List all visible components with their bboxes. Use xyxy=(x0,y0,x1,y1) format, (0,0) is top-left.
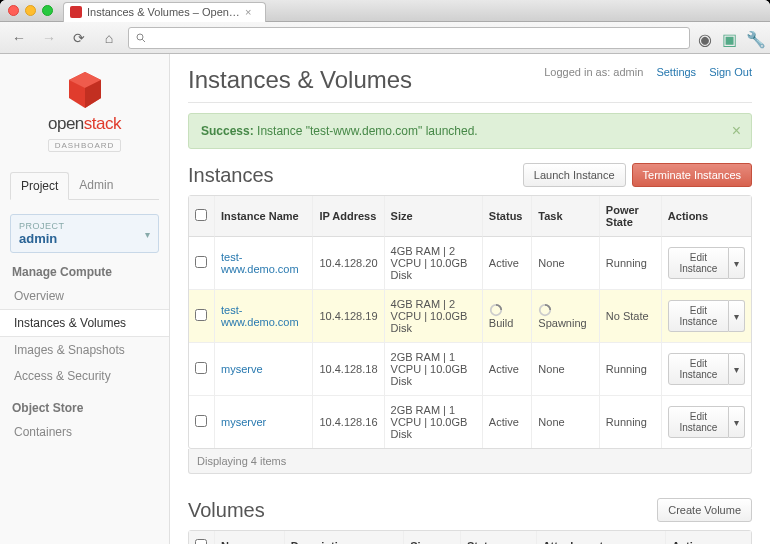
cell-power: Running xyxy=(600,343,662,396)
create-volume-button[interactable]: Create Volume xyxy=(657,498,752,522)
user-info: Logged in as: admin Settings Sign Out xyxy=(544,66,752,78)
tab-admin[interactable]: Admin xyxy=(69,172,123,199)
close-window-button[interactable] xyxy=(8,5,19,16)
zoom-window-button[interactable] xyxy=(42,5,53,16)
close-tab-icon[interactable]: × xyxy=(245,6,251,18)
instance-name-link[interactable]: myserver xyxy=(221,416,266,428)
edit-instance-dropdown[interactable]: ▾ xyxy=(729,300,745,332)
page-title: Instances & Volumes xyxy=(188,66,412,94)
row-checkbox[interactable] xyxy=(195,309,207,321)
cell-ip: 10.4.128.19 xyxy=(313,290,384,343)
extension-icon[interactable]: ▣ xyxy=(722,30,738,46)
vcol-status: Status xyxy=(461,531,537,544)
instance-name-link[interactable]: test-www.demo.com xyxy=(221,304,299,328)
home-button[interactable]: ⌂ xyxy=(98,28,120,48)
edit-instance-dropdown[interactable]: ▾ xyxy=(729,353,745,385)
col-actions: Actions xyxy=(662,196,751,237)
cell-size: 2GB RAM | 1 VCPU | 10.0GB Disk xyxy=(385,396,483,448)
favicon-icon xyxy=(70,6,82,18)
edit-instance-button[interactable]: Edit Instance xyxy=(668,406,729,438)
instances-table: Instance Name IP Address Size Status Tas… xyxy=(188,195,752,449)
row-checkbox[interactable] xyxy=(195,415,207,427)
sidebar: openstack DASHBOARD Project Admin PROJEC… xyxy=(0,54,170,544)
cell-power: Running xyxy=(600,396,662,448)
chevron-down-icon: ▾ xyxy=(145,228,150,239)
cell-size: 4GB RAM | 2 VCPU | 10.0GB Disk xyxy=(385,237,483,290)
logo: openstack DASHBOARD xyxy=(0,64,169,162)
col-task: Task xyxy=(532,196,600,237)
main-content: Instances & Volumes Logged in as: admin … xyxy=(170,54,770,544)
tab-title: Instances & Volumes – Open… xyxy=(87,6,240,18)
project-value: admin xyxy=(19,231,150,246)
browser-tab[interactable]: Instances & Volumes – Open… × xyxy=(63,2,266,22)
cell-size: 4GB RAM | 2 VCPU | 10.0GB Disk xyxy=(385,290,483,343)
table-row: test-www.demo.com10.4.128.204GB RAM | 2 … xyxy=(189,237,751,290)
cell-task: Spawning xyxy=(532,290,600,343)
section-compute-header: Manage Compute xyxy=(0,253,169,283)
project-label: PROJECT xyxy=(19,221,150,231)
cell-power: Running xyxy=(600,237,662,290)
edit-instance-button[interactable]: Edit Instance xyxy=(668,300,729,332)
search-icon xyxy=(135,32,147,44)
back-button[interactable]: ← xyxy=(8,28,30,48)
sidebar-item-access-security[interactable]: Access & Security xyxy=(0,363,169,389)
edit-instance-dropdown[interactable]: ▾ xyxy=(729,247,745,279)
tab-project[interactable]: Project xyxy=(10,172,69,200)
address-bar[interactable] xyxy=(128,27,690,49)
instance-name-link[interactable]: myserve xyxy=(221,363,263,375)
select-all-volumes-checkbox[interactable] xyxy=(195,539,207,544)
table-row: test-www.demo.com10.4.128.194GB RAM | 2 … xyxy=(189,290,751,343)
minimize-window-button[interactable] xyxy=(25,5,36,16)
vcol-desc: Description xyxy=(285,531,404,544)
launch-instance-button[interactable]: Launch Instance xyxy=(523,163,626,187)
svg-point-0 xyxy=(137,34,143,40)
cell-power: No State xyxy=(600,290,662,343)
terminate-instances-button[interactable]: Terminate Instances xyxy=(632,163,752,187)
edit-instance-dropdown[interactable]: ▾ xyxy=(729,406,745,438)
browser-toolbar: ← → ⟳ ⌂ ◉ ▣ 🔧 xyxy=(0,22,770,54)
sidebar-item-instances-volumes[interactable]: Instances & Volumes xyxy=(0,309,169,337)
vcol-size: Size xyxy=(404,531,461,544)
row-checkbox[interactable] xyxy=(195,362,207,374)
col-name: Instance Name xyxy=(215,196,313,237)
vcol-att: Attachments xyxy=(537,531,666,544)
volumes-heading: Volumes xyxy=(188,499,265,522)
forward-button[interactable]: → xyxy=(38,28,60,48)
success-alert: Success: Instance "test-www.demo.com" la… xyxy=(188,113,752,149)
cell-status: Active xyxy=(483,343,532,396)
table-row: myserver10.4.128.162GB RAM | 1 VCPU | 10… xyxy=(189,396,751,448)
sidebar-item-containers[interactable]: Containers xyxy=(0,419,169,445)
cell-status: Active xyxy=(483,237,532,290)
signout-link[interactable]: Sign Out xyxy=(709,66,752,78)
openstack-icon xyxy=(63,70,107,110)
volumes-table: Name Description Size Status Attachments… xyxy=(188,530,752,544)
col-status: Status xyxy=(483,196,532,237)
dashboard-badge: DASHBOARD xyxy=(48,139,122,152)
instances-heading: Instances xyxy=(188,164,274,187)
row-checkbox[interactable] xyxy=(195,256,207,268)
edit-instance-button[interactable]: Edit Instance xyxy=(668,247,729,279)
cell-task: None xyxy=(532,343,600,396)
select-all-checkbox[interactable] xyxy=(195,209,207,221)
edit-instance-button[interactable]: Edit Instance xyxy=(668,353,729,385)
sidebar-item-images-snapshots[interactable]: Images & Snapshots xyxy=(0,337,169,363)
globe-icon[interactable]: ◉ xyxy=(698,30,714,46)
reload-button[interactable]: ⟳ xyxy=(68,28,90,48)
project-selector[interactable]: PROJECT admin ▾ xyxy=(10,214,159,253)
table-row: myserve10.4.128.182GB RAM | 1 VCPU | 10.… xyxy=(189,343,751,396)
wrench-icon[interactable]: 🔧 xyxy=(746,30,762,46)
settings-link[interactable]: Settings xyxy=(656,66,696,78)
col-ip: IP Address xyxy=(313,196,384,237)
vcol-name: Name xyxy=(215,531,285,544)
sidebar-item-overview[interactable]: Overview xyxy=(0,283,169,309)
vcol-actions: Actions xyxy=(666,531,751,544)
cell-task: None xyxy=(532,396,600,448)
svg-line-1 xyxy=(142,39,145,42)
cell-ip: 10.4.128.20 xyxy=(313,237,384,290)
instance-name-link[interactable]: test-www.demo.com xyxy=(221,251,299,275)
cell-status: Active xyxy=(483,396,532,448)
col-size: Size xyxy=(385,196,483,237)
cell-size: 2GB RAM | 1 VCPU | 10.0GB Disk xyxy=(385,343,483,396)
close-alert-icon[interactable]: × xyxy=(732,122,741,140)
window-titlebar: Instances & Volumes – Open… × xyxy=(0,0,770,22)
